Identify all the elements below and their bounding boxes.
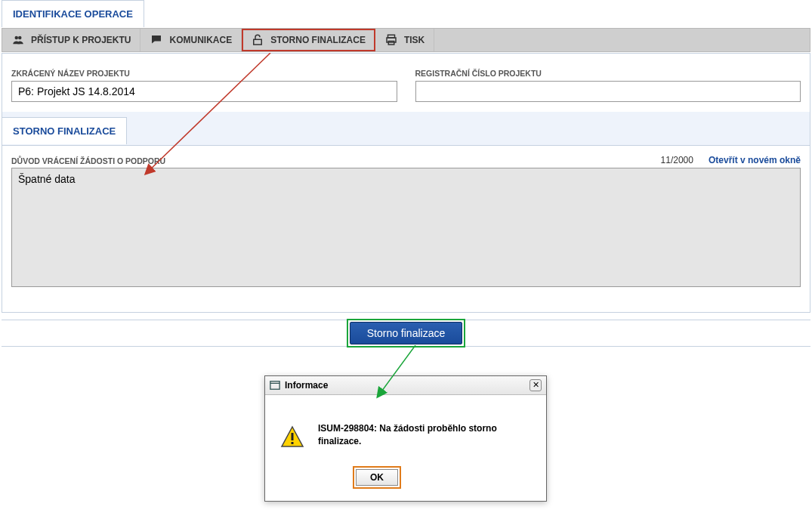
button-label: Storno finalizace: [367, 327, 446, 339]
button-label: OK: [370, 472, 384, 483]
tab-storno-finalizace[interactable]: STORNO FINALIZACE: [2, 117, 127, 144]
toolbar-label: KOMUNIKACE: [169, 35, 232, 45]
highlight-box: Storno finalizace: [347, 319, 466, 347]
ok-button[interactable]: OK: [356, 469, 398, 486]
print-icon: [384, 33, 398, 47]
content-panel: ZKRÁCENÝ NÁZEV PROJEKTU REGISTRAČNÍ ČÍSL…: [2, 53, 810, 116]
svg-point-1: [18, 36, 22, 40]
reg-num-input[interactable]: [415, 81, 801, 102]
window-icon: [270, 380, 280, 391]
chat-icon: [150, 33, 163, 47]
toolbar-item-tisk[interactable]: TISK: [375, 29, 434, 51]
toolbar-item-storno-finalizace[interactable]: STORNO FINALIZACE: [242, 29, 375, 51]
svg-rect-9: [292, 433, 294, 440]
short-name-input[interactable]: [11, 81, 397, 102]
tab-label: IDENTIFIKACE OPERACE: [13, 8, 133, 20]
toolbar-label: STORNO FINALIZACE: [270, 35, 366, 45]
reason-textarea[interactable]: [11, 168, 801, 287]
dialog-message: ISUM-298804: Na žádosti proběhlo storno …: [318, 422, 531, 448]
dialog-close-button[interactable]: ✕: [529, 379, 542, 391]
toolbar-label: TISK: [404, 35, 425, 45]
submit-row: Storno finalizace: [2, 320, 810, 347]
char-counter: 11/2000: [661, 155, 693, 165]
dialog-titlebar: Informace ✕: [265, 376, 546, 395]
reg-num-label: REGISTRAČNÍ ČÍSLO PROJEKTU: [415, 69, 801, 78]
svg-rect-6: [270, 381, 279, 390]
svg-point-0: [15, 36, 19, 40]
storno-panel: DŮVOD VRÁCENÍ ŽÁDOSTI O PODPORU 11/2000 …: [2, 145, 810, 313]
toolbar-item-pristup[interactable]: PŘÍSTUP K PROJEKTU: [2, 29, 140, 51]
tab-identifikace-operace[interactable]: IDENTIFIKACE OPERACE: [2, 0, 144, 27]
toolbar-label: PŘÍSTUP K PROJEKTU: [31, 35, 131, 45]
unlock-icon: [251, 33, 264, 47]
open-new-window-link[interactable]: Otevřít v novém okně: [709, 155, 801, 165]
people-icon: [11, 33, 25, 47]
toolbar-item-komunikace[interactable]: KOMUNIKACE: [140, 29, 242, 51]
storno-finalizace-button[interactable]: Storno finalizace: [350, 322, 463, 344]
reason-label: DŮVOD VRÁCENÍ ŽÁDOSTI O PODPORU: [11, 156, 661, 165]
toolbar: PŘÍSTUP K PROJEKTU KOMUNIKACE STORNO FIN…: [2, 28, 810, 52]
highlight-box: OK: [356, 469, 398, 486]
warning-icon: [280, 425, 304, 449]
tab-label: STORNO FINALIZACE: [13, 125, 116, 137]
dialog-title: Informace: [285, 380, 525, 391]
svg-rect-2: [254, 39, 262, 45]
info-dialog: Informace ✕ ISUM-298804: Na žádosti prob…: [264, 375, 547, 502]
short-name-label: ZKRÁCENÝ NÁZEV PROJEKTU: [11, 69, 397, 78]
svg-rect-10: [292, 442, 294, 444]
